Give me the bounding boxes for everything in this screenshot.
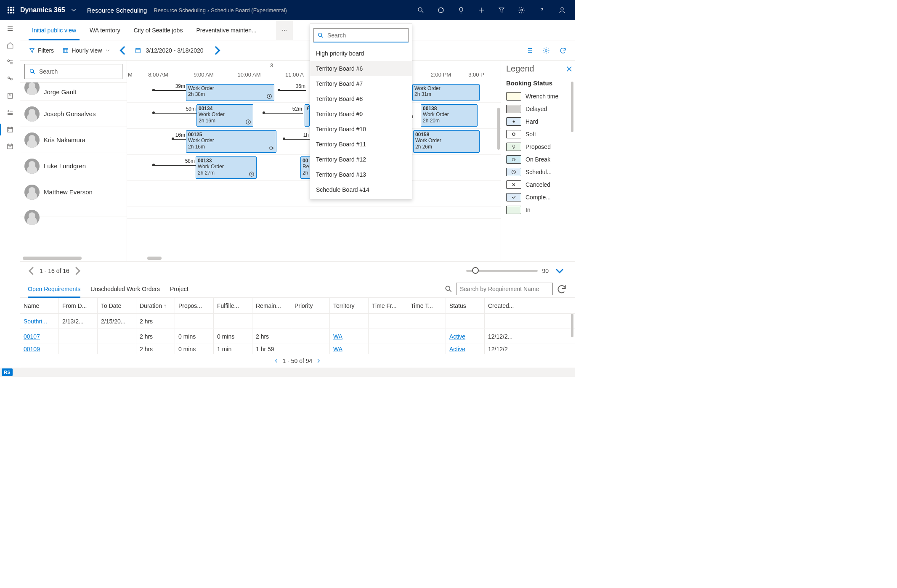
date-range[interactable]: 3/12/2020 - 3/18/2020 bbox=[144, 47, 205, 54]
col-proposed[interactable]: Propos... bbox=[175, 298, 214, 313]
col-from-date[interactable]: From D... bbox=[59, 298, 98, 313]
resource-hscroll[interactable] bbox=[20, 255, 127, 261]
resource-row-partial[interactable] bbox=[20, 205, 127, 217]
link[interactable]: 00109 bbox=[24, 346, 40, 352]
settings-gear-icon[interactable] bbox=[512, 0, 531, 20]
col-remaining[interactable]: Remain... bbox=[252, 298, 291, 313]
tab-project[interactable]: Project bbox=[170, 280, 188, 297]
board-picker-item[interactable]: Territory Board #9 bbox=[310, 106, 412, 122]
table-row[interactable]: 001092 hrs0 mins1 min1 hr 59WAActive12/1… bbox=[20, 344, 575, 354]
table-row[interactable]: Southri...2/13/2...2/15/20...2 hrs bbox=[20, 314, 575, 329]
tab-open-requirements[interactable]: Open Requirements bbox=[28, 280, 80, 297]
page-prev-button[interactable] bbox=[25, 265, 38, 277]
board-settings-gear-icon[interactable] bbox=[539, 44, 553, 57]
resource-row[interactable]: Joseph Gonsalves bbox=[20, 101, 127, 127]
document-icon[interactable] bbox=[0, 87, 20, 104]
tab-preventative-mainten[interactable]: Preventative mainten... bbox=[189, 20, 263, 40]
link[interactable]: 00107 bbox=[24, 333, 40, 340]
booking[interactable]: 00125 Work Order 2h 16m bbox=[186, 130, 276, 153]
board-picker-item[interactable]: Territory Board #6 bbox=[310, 61, 412, 76]
filters-button[interactable]: Filters bbox=[25, 44, 57, 57]
booking[interactable]: € bbox=[305, 104, 310, 127]
board-picker-item[interactable]: Territory Board #11 bbox=[310, 137, 412, 152]
board-picker-item[interactable]: Territory Board #8 bbox=[310, 91, 412, 106]
lightbulb-icon[interactable] bbox=[452, 0, 470, 20]
resource-row[interactable]: Kris Nakamura bbox=[20, 127, 127, 153]
col-to-date[interactable]: To Date bbox=[98, 298, 136, 313]
board-picker-item[interactable]: High priority board bbox=[310, 46, 412, 61]
close-icon[interactable] bbox=[565, 65, 573, 73]
requirements-vscroll[interactable] bbox=[571, 314, 574, 354]
resource-row[interactable]: Matthew Everson bbox=[20, 179, 127, 205]
timeline-vscroll[interactable] bbox=[496, 84, 501, 255]
booking[interactable]: 00158 Work Order 2h 26m bbox=[413, 130, 480, 153]
panel-chevron-down-icon[interactable] bbox=[553, 264, 566, 278]
booking[interactable]: 00138 Work Order 2h 20m bbox=[421, 104, 478, 127]
breadcrumb-item[interactable]: Schedule Board (Experimental) bbox=[211, 7, 287, 13]
resource-row[interactable]: Jorge Gault bbox=[20, 82, 127, 101]
resource-search-input[interactable]: Search bbox=[24, 64, 122, 79]
breadcrumb-item[interactable]: Resource Scheduling bbox=[154, 7, 206, 13]
list-view-icon[interactable] bbox=[523, 44, 536, 57]
help-icon[interactable] bbox=[533, 0, 551, 20]
page-next-button[interactable] bbox=[71, 265, 84, 277]
hamburger-icon[interactable] bbox=[0, 20, 20, 37]
tab-initial-public-view[interactable]: Initial public view bbox=[25, 20, 83, 40]
col-status[interactable]: Status bbox=[446, 298, 485, 313]
requirements-search-input[interactable] bbox=[456, 283, 553, 295]
page-prev-button[interactable] bbox=[273, 358, 279, 364]
col-priority[interactable]: Priority bbox=[291, 298, 330, 313]
link[interactable]: Southri... bbox=[24, 318, 47, 325]
col-time-to[interactable]: Time T... bbox=[407, 298, 446, 313]
resource-row[interactable]: Luke Lundgren bbox=[20, 153, 127, 179]
refresh-icon[interactable] bbox=[556, 44, 570, 57]
view-mode-button[interactable]: Hourly view bbox=[59, 44, 114, 57]
col-created[interactable]: Created... bbox=[485, 298, 523, 313]
link[interactable]: Active bbox=[449, 346, 465, 352]
people-pair-icon[interactable] bbox=[0, 71, 20, 87]
col-duration[interactable]: Duration ↑ bbox=[136, 298, 175, 313]
tab-unscheduled-work-orders[interactable]: Unscheduled Work Orders bbox=[90, 280, 160, 297]
people-rows-icon[interactable] bbox=[0, 104, 20, 121]
page-next-button[interactable] bbox=[316, 358, 321, 364]
next-date-button[interactable] bbox=[210, 44, 224, 57]
home-icon[interactable] bbox=[0, 37, 20, 54]
calendar-day-icon[interactable] bbox=[0, 121, 20, 138]
link[interactable]: WA bbox=[333, 346, 342, 352]
app-launcher-icon[interactable] bbox=[3, 3, 19, 18]
assistant-icon[interactable] bbox=[432, 0, 450, 20]
brand-chevron-down-icon[interactable] bbox=[69, 5, 79, 15]
add-icon[interactable] bbox=[472, 0, 491, 20]
area-name[interactable]: Resource Scheduling bbox=[84, 7, 151, 14]
booking[interactable]: 00 Re 2h bbox=[300, 156, 310, 179]
tab-wa-territory[interactable]: WA territory bbox=[83, 20, 127, 40]
legend-vscroll[interactable] bbox=[571, 82, 574, 257]
zoom-slider[interactable] bbox=[466, 270, 538, 272]
board-picker-item[interactable]: Territory Board #12 bbox=[310, 152, 412, 167]
timeline-hscroll[interactable] bbox=[127, 255, 501, 261]
board-picker-item[interactable]: Territory Board #13 bbox=[310, 167, 412, 182]
col-name[interactable]: Name bbox=[20, 298, 59, 313]
booking[interactable]: 00134 Work Order 2h 16m bbox=[196, 104, 253, 127]
calendar-month-icon[interactable] bbox=[0, 138, 20, 155]
search-icon[interactable] bbox=[444, 285, 453, 293]
table-row[interactable]: 001072 hrs0 mins0 mins2 hrsWAActive12/12… bbox=[20, 329, 575, 344]
app-badge[interactable]: RS bbox=[2, 368, 13, 376]
calendar-icon[interactable] bbox=[135, 47, 141, 54]
prev-date-button[interactable] bbox=[116, 44, 130, 57]
board-picker-item[interactable]: Territory Board #10 bbox=[310, 122, 412, 137]
booking[interactable]: Work Order 2h 31m bbox=[412, 84, 480, 101]
more-tabs-button[interactable] bbox=[276, 20, 293, 40]
user-icon[interactable] bbox=[553, 0, 571, 20]
search-icon[interactable] bbox=[411, 0, 430, 20]
tab-city-of-seattle[interactable]: City of Seattle jobs bbox=[127, 20, 190, 40]
booking[interactable]: Work Order 2h 38m bbox=[186, 84, 274, 101]
board-picker-item[interactable]: Territory Board #7 bbox=[310, 76, 412, 91]
people-list-icon[interactable] bbox=[0, 54, 20, 71]
col-time-from[interactable]: Time Fr... bbox=[369, 298, 407, 313]
board-picker-item[interactable]: Schedule Board #14 bbox=[310, 182, 412, 197]
link[interactable]: Active bbox=[449, 333, 465, 340]
board-search-input[interactable] bbox=[313, 28, 409, 42]
col-fulfilled[interactable]: Fulfille... bbox=[214, 298, 252, 313]
link[interactable]: WA bbox=[333, 333, 342, 340]
